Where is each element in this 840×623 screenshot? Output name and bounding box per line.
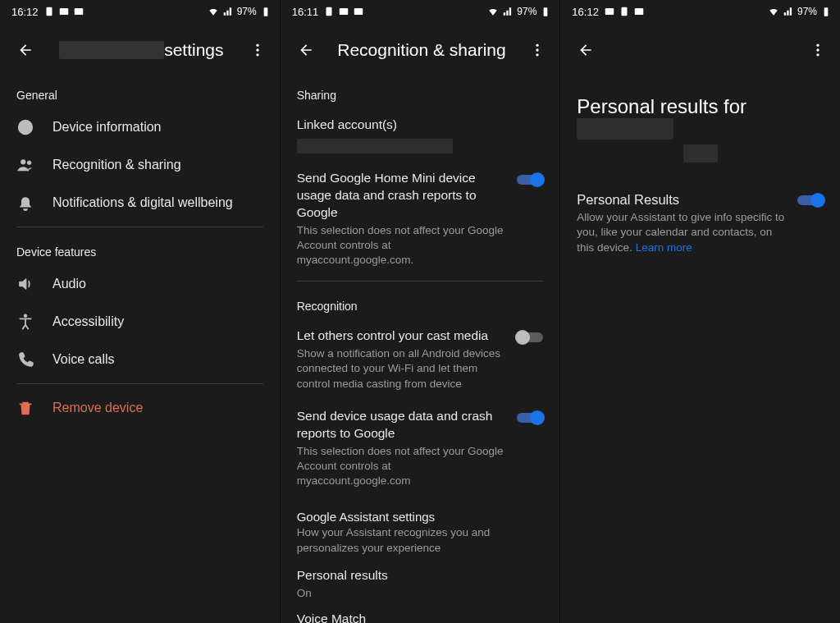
item-recognition-sharing[interactable]: Recognition & sharing — [0, 146, 280, 184]
section-general: General — [0, 76, 280, 108]
svg-rect-15 — [354, 8, 363, 15]
label: Send Google Home Mini device usage data … — [297, 170, 508, 222]
image2-icon — [633, 6, 645, 17]
cast-media-row[interactable]: Let others control your cast media Show … — [281, 319, 560, 400]
personal-results-row[interactable]: Personal Results Allow your Assistant to… — [560, 171, 840, 263]
section-device-features: Device features — [0, 232, 280, 265]
item-device-information[interactable]: Device information — [0, 108, 280, 146]
overflow-menu-button[interactable] — [523, 36, 551, 64]
send-usage-row[interactable]: Send device usage data and crash reports… — [281, 400, 560, 497]
label: Voice Match — [297, 611, 544, 623]
svg-point-9 — [25, 123, 26, 125]
label: Recognition & sharing — [52, 158, 181, 172]
svg-rect-13 — [326, 7, 332, 16]
image2-icon — [73, 6, 84, 17]
svg-point-5 — [256, 48, 258, 51]
back-button[interactable] — [572, 36, 600, 64]
svg-point-4 — [256, 44, 258, 47]
svg-rect-1 — [59, 8, 68, 15]
svg-point-12 — [24, 314, 27, 318]
svg-rect-23 — [824, 7, 829, 16]
svg-point-19 — [536, 53, 539, 56]
status-bar: 16:12 97% — [0, 0, 280, 20]
toggle-send-home-mini[interactable] — [517, 173, 543, 186]
divider — [16, 383, 263, 384]
status-bar: 16:12 97% — [560, 0, 840, 20]
trash-icon — [16, 399, 34, 417]
label: Personal results — [297, 567, 544, 584]
page-title-text: Personal results for — [577, 95, 746, 117]
app-bar: Recognition & sharing — [281, 20, 560, 76]
svg-point-11 — [27, 161, 31, 165]
accessibility-icon — [16, 313, 34, 331]
card-icon — [619, 6, 630, 17]
section-recognition: Recognition — [281, 286, 560, 319]
speaker-icon — [16, 275, 34, 293]
item-voice-calls[interactable]: Voice calls — [0, 341, 280, 378]
divider — [16, 227, 263, 227]
item-remove-device[interactable]: Remove device — [0, 389, 280, 427]
svg-point-17 — [536, 44, 539, 47]
app-bar: settings — [0, 20, 280, 76]
label: Accessibility — [52, 314, 124, 329]
label: Linked account(s) — [297, 117, 544, 134]
learn-more-link[interactable]: Learn more — [636, 241, 692, 254]
description: This selection does not affect your Goog… — [297, 223, 508, 268]
battery-percent: 97% — [517, 6, 536, 17]
back-button[interactable] — [11, 36, 39, 64]
bell-icon — [16, 194, 34, 212]
voice-match-row[interactable]: Voice Match On — [281, 606, 560, 623]
svg-point-18 — [536, 48, 539, 51]
item-accessibility[interactable]: Accessibility — [0, 303, 280, 341]
label: Send device usage data and crash reports… — [297, 408, 508, 442]
image-icon — [338, 6, 349, 17]
svg-point-6 — [256, 53, 258, 56]
overflow-menu-button[interactable] — [244, 36, 272, 64]
item-notifications[interactable]: Notifications & digital wellbeing — [0, 184, 280, 222]
item-audio[interactable]: Audio — [0, 265, 280, 303]
image-icon — [604, 6, 615, 17]
svg-rect-14 — [340, 8, 349, 15]
signal-icon — [222, 6, 234, 17]
toggle-send-usage[interactable] — [517, 411, 543, 424]
assistant-desc: How your Assistant recognizes you and pe… — [281, 525, 560, 561]
svg-rect-22 — [635, 8, 644, 15]
page-title-text: settings — [164, 40, 223, 59]
signal-icon — [783, 6, 794, 17]
label: Personal Results — [577, 190, 788, 208]
panel-device-settings: 16:12 97% settings General Device inform… — [0, 0, 280, 623]
label: Remove device — [52, 401, 143, 415]
svg-rect-20 — [605, 8, 614, 15]
battery-icon — [260, 6, 272, 17]
status-left-icons — [43, 6, 84, 17]
linked-accounts-row[interactable]: Linked account(s) — [281, 108, 560, 162]
clock: 16:12 — [572, 6, 599, 18]
clock: 16:11 — [292, 6, 319, 18]
status-bar: 16:11 97% — [281, 0, 560, 20]
info-icon — [16, 118, 34, 136]
battery-percent: 97% — [797, 6, 817, 17]
panel-recognition-sharing: 16:11 97% Recognition & sharing Sharing … — [281, 0, 560, 623]
svg-rect-21 — [621, 7, 627, 16]
people-icon — [16, 156, 34, 174]
label: Device information — [52, 120, 162, 135]
toggle-cast-media[interactable] — [517, 331, 543, 344]
label: Let others control your cast media — [297, 328, 508, 345]
clock: 16:12 — [11, 6, 39, 18]
personal-results-row[interactable]: Personal results On — [281, 562, 560, 606]
label: Audio — [52, 277, 86, 291]
svg-point-24 — [816, 44, 819, 47]
wifi-icon — [768, 6, 779, 17]
image2-icon — [353, 6, 364, 17]
divider — [297, 281, 544, 282]
battery-icon — [540, 6, 551, 17]
send-home-mini-row[interactable]: Send Google Home Mini device usage data … — [281, 162, 560, 276]
app-bar — [560, 20, 840, 67]
status-right-icons: 97% — [208, 6, 272, 17]
toggle-personal-results[interactable] — [797, 194, 824, 207]
assistant-heading: Google Assistant settings — [281, 497, 560, 525]
svg-rect-3 — [263, 7, 267, 16]
overflow-menu-button[interactable] — [804, 36, 832, 64]
image-icon — [58, 6, 70, 17]
back-button[interactable] — [292, 36, 320, 64]
